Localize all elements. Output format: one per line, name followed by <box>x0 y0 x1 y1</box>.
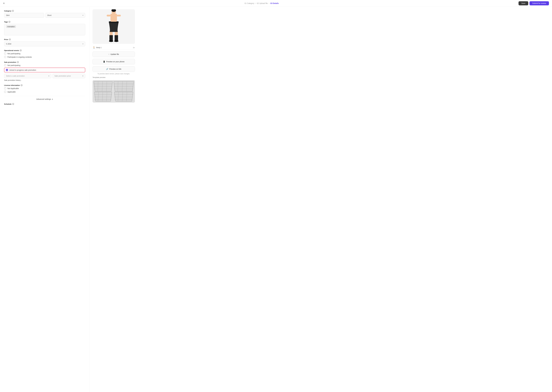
breadcrumb-category: 01 Category <box>245 2 254 4</box>
svg-rect-3 <box>115 35 118 41</box>
op-not-participating-label: Not participating <box>7 53 20 55</box>
license-applicable-label: Applicable <box>7 91 16 93</box>
sale-promotion-label: Sale promotion ? <box>4 61 85 63</box>
sale-promo-select[interactable]: Select a sale promotion ▾ <box>4 74 51 78</box>
license-not-applicable[interactable]: Not Applicable <box>4 87 85 90</box>
category-input[interactable] <box>4 13 44 18</box>
sale-promo-placeholder: Select a sale promotion <box>6 75 25 77</box>
sale-promo-price-select[interactable]: Sale promotion price ▾ <box>52 74 85 78</box>
model-preview <box>93 9 135 44</box>
sale-promo-price-placeholder: Sale promotion price <box>54 75 71 77</box>
category-sub-value: Short <box>47 14 51 16</box>
svg-rect-12 <box>117 15 121 16</box>
advanced-settings-toggle[interactable]: Advanced settings ∧ <box>4 96 85 102</box>
sale-promo-history-label: Sale promotion history <box>4 79 21 81</box>
svg-rect-2 <box>109 35 113 41</box>
price-value: 5 ZEM <box>6 43 11 45</box>
top-actions: Save Submit for review <box>518 1 549 5</box>
op-not-participating-radio[interactable] <box>4 52 6 55</box>
price-select[interactable]: 5 ZEM ▾ <box>4 42 85 46</box>
sale-help-icon[interactable]: ? <box>17 61 19 63</box>
template-preview-image <box>93 80 135 103</box>
preview-link-label: Preview on link <box>109 68 121 70</box>
upload-icon: ↑ <box>109 53 109 55</box>
advanced-chevron-icon: ∧ <box>52 98 53 100</box>
operational-events-group: Operational events ? Not participating P… <box>4 49 85 58</box>
template-preview-svg <box>93 80 135 103</box>
update-file-button[interactable]: ↑ Update file <box>93 51 135 57</box>
op-participate-contests[interactable]: Participate in ongoing contests <box>4 56 85 58</box>
sale-joined-radio[interactable] <box>6 69 8 71</box>
save-button[interactable]: Save <box>518 1 528 5</box>
license-radio-group: Not Applicable Applicable <box>4 87 85 93</box>
operational-help-icon[interactable]: ? <box>20 49 22 51</box>
link-icon: 🔗 <box>106 68 108 70</box>
category-help-icon[interactable]: ? <box>12 10 14 12</box>
body-count: 1x <box>133 47 135 49</box>
sale-joined-option[interactable]: Joined in-progress sale promotion <box>4 68 85 72</box>
top-bar: × 01 Category > 02 Upload file > 03 Deta… <box>0 0 552 7</box>
sale-not-participating-radio[interactable] <box>4 64 6 66</box>
operational-events-radio-group: Not participating Participate in ongoing… <box>4 52 85 58</box>
license-applicable-radio[interactable] <box>4 91 6 93</box>
sale-promotion-group: Sale promotion ? Not participating Joine… <box>4 61 85 81</box>
svg-marker-19 <box>114 92 133 101</box>
sale-promo-price-chevron-icon: ▾ <box>82 75 83 77</box>
license-help-icon[interactable]: ? <box>21 84 23 86</box>
sale-promo-chevron-icon: ▾ <box>48 75 49 77</box>
svg-point-5 <box>114 40 118 42</box>
body-row: 🚶 Body 1 1x <box>93 46 135 50</box>
license-group: License information ? Not Applicable App… <box>4 84 85 93</box>
category-group: Category ? Short ▾ <box>4 10 85 18</box>
schedule-help-icon[interactable]: ? <box>12 103 14 105</box>
right-panel: 🚶 Body 1 1x ↑ Update file 📱 Preview on y… <box>89 7 138 392</box>
preview-phone-button[interactable]: 📱 Preview on your phone <box>93 59 135 64</box>
sale-promo-history[interactable]: Sale promotion history › <box>4 79 85 81</box>
op-participate-contests-label: Participate in ongoing contests <box>7 56 32 58</box>
breadcrumb-upload: 02 Upload file <box>257 2 268 4</box>
sale-not-participating[interactable]: Not participating <box>4 64 85 66</box>
svg-point-4 <box>109 40 113 42</box>
op-not-participating[interactable]: Not participating <box>4 52 85 55</box>
template-preview-label: Template preview <box>93 77 135 78</box>
license-applicable[interactable]: Applicable <box>4 91 85 93</box>
phone-icon: 📱 <box>103 61 105 63</box>
left-panel: Category ? Short ▾ Tags ? Animation <box>0 7 89 392</box>
svg-rect-10 <box>110 14 117 22</box>
close-button[interactable]: × <box>3 2 5 5</box>
submit-button[interactable]: Submit for review <box>530 1 549 5</box>
body-label: Body 1 <box>96 47 102 49</box>
sale-promo-dropdowns: Select a sale promotion ▾ Sale promotion… <box>4 74 85 78</box>
sale-promotion-radio-group: Not participating Joined in-progress sal… <box>4 64 85 72</box>
license-not-applicable-radio[interactable] <box>4 87 6 90</box>
tags-help-icon[interactable]: ? <box>8 21 10 23</box>
tags-input-box[interactable]: Animation <box>4 24 85 35</box>
svg-marker-18 <box>94 92 112 101</box>
price-label: Price ? <box>4 38 85 41</box>
breadcrumb-details: 03 Details <box>270 2 279 4</box>
price-group: Price ? 5 ZEM ▾ <box>4 38 85 46</box>
category-row: Short ▾ <box>4 13 85 18</box>
chevron-down-icon: ▾ <box>83 14 83 16</box>
breadcrumb-sep1: > <box>255 2 256 4</box>
category-sub-select[interactable]: Short ▾ <box>45 13 85 18</box>
price-chevron-icon: ▾ <box>83 43 83 45</box>
preview-link-button[interactable]: 🔗 Preview on link <box>93 66 135 72</box>
chevron-right-icon: › <box>21 79 22 81</box>
breadcrumb-sep2: > <box>269 2 270 4</box>
op-participate-contests-radio[interactable] <box>4 56 6 58</box>
preview-note: To preview latest version, please save c… <box>93 73 135 75</box>
tags-group: Tags ? Animation <box>4 21 85 35</box>
schedule-label: Schedule ? <box>4 103 85 105</box>
svg-rect-11 <box>107 15 110 16</box>
price-help-icon[interactable]: ? <box>9 38 11 41</box>
license-not-applicable-label: Not Applicable <box>7 87 19 90</box>
person-icon: 🚶 <box>93 46 95 49</box>
license-label: License information ? <box>4 84 85 86</box>
update-file-label: Update file <box>110 53 119 55</box>
model-preview-container <box>93 9 135 44</box>
operational-events-label: Operational events ? <box>4 49 85 51</box>
tag-chip-animation[interactable]: Animation <box>6 25 16 28</box>
advanced-settings-label: Advanced settings <box>36 98 51 100</box>
model-svg <box>102 9 125 44</box>
